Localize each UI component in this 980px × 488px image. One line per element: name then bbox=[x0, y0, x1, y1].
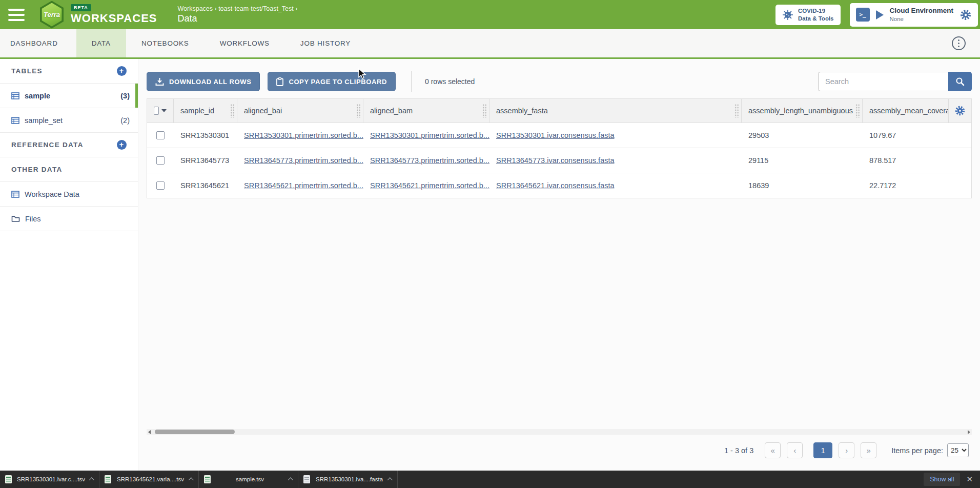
column-resize-handle[interactable] bbox=[356, 104, 361, 118]
column-header-aligned-bai[interactable]: aligned_bai bbox=[237, 99, 363, 123]
breadcrumb: Workspaces › toast-team-test/Toast_Test … bbox=[178, 5, 298, 24]
first-page-button[interactable]: « bbox=[765, 442, 781, 458]
column-resize-handle[interactable] bbox=[230, 104, 235, 118]
tsv-file-icon bbox=[105, 475, 111, 483]
cell-assembly-mean-coverage: 1079.67 bbox=[863, 123, 949, 148]
scroll-right-arrow-icon[interactable] bbox=[968, 430, 970, 434]
show-all-downloads-button[interactable]: Show all bbox=[924, 473, 960, 486]
entity-table: sample_id aligned_bai aligned_bam assemb… bbox=[147, 98, 972, 198]
cell-assembly-fasta-link[interactable]: SRR13645773.ivar.consensus.fasta bbox=[496, 156, 615, 165]
tab-job-history[interactable]: JOB HISTORY bbox=[285, 29, 366, 57]
scrollbar-thumb[interactable] bbox=[155, 430, 235, 434]
chevron-up-icon[interactable] bbox=[387, 477, 393, 482]
column-header-assembly-length-unambiguous[interactable]: assembly_length_unambiguous bbox=[742, 99, 863, 123]
column-header-assembly-mean-coverage[interactable]: assembly_mean_covera bbox=[863, 99, 949, 123]
sidebar-item-count: (2) bbox=[120, 116, 130, 125]
copy-page-to-clipboard-button[interactable]: COPY PAGE TO CLIPBOARD bbox=[268, 72, 396, 91]
chevron-up-icon[interactable] bbox=[288, 477, 293, 482]
data-table-panel: DOWNLOAD ALL ROWS COPY PAGE TO CLIPBOARD… bbox=[138, 59, 980, 471]
other-data-header-label: OTHER DATA bbox=[11, 166, 63, 173]
fasta-file-icon bbox=[303, 475, 310, 483]
download-item[interactable]: sample.tsv bbox=[199, 471, 298, 488]
next-page-button[interactable]: › bbox=[839, 442, 854, 458]
sidebar-item-label: sample bbox=[25, 92, 50, 100]
pagination-range: 1 - 3 of 3 bbox=[724, 446, 753, 455]
tsv-file-icon bbox=[5, 475, 12, 483]
cell-aligned-bam-link[interactable]: SRR13530301.primertrim.sorted.b... bbox=[370, 131, 489, 139]
table-toolbar: DOWNLOAD ALL ROWS COPY PAGE TO CLIPBOARD… bbox=[147, 71, 972, 92]
column-resize-handle[interactable] bbox=[855, 104, 860, 118]
tab-workflows[interactable]: WORKFLOWS bbox=[205, 29, 285, 57]
cell-aligned-bai-link[interactable]: SRR13645773.primertrim.sorted.b... bbox=[244, 156, 363, 165]
horizontal-scrollbar[interactable] bbox=[147, 429, 972, 435]
search-input[interactable] bbox=[818, 72, 948, 91]
cloud-environment-status: None bbox=[890, 15, 954, 23]
workspace-menu-icon[interactable] bbox=[952, 36, 966, 50]
prev-page-button[interactable]: ‹ bbox=[787, 442, 803, 458]
cell-assembly-mean-coverage: 22.7172 bbox=[863, 173, 949, 198]
sidebar-item-sample[interactable]: sample (3) bbox=[0, 84, 138, 108]
cell-assembly-fasta-link[interactable]: SRR13645621.ivar.consensus.fasta bbox=[496, 181, 615, 190]
virus-icon bbox=[782, 9, 793, 21]
gear-icon[interactable] bbox=[954, 105, 966, 116]
cell-aligned-bai-link[interactable]: SRR13530301.primertrim.sorted.b... bbox=[244, 131, 363, 139]
cloud-environment-widget[interactable]: >_ Cloud Environment None bbox=[850, 3, 978, 27]
last-page-button[interactable]: » bbox=[861, 442, 876, 458]
cell-assembly-fasta-link[interactable]: SRR13530301.ivar.consensus.fasta bbox=[496, 131, 615, 139]
terra-logo-text: Terra bbox=[44, 11, 60, 18]
column-resize-handle[interactable] bbox=[482, 104, 487, 118]
cell-assembly-length: 18639 bbox=[742, 173, 863, 198]
menu-icon[interactable] bbox=[8, 9, 25, 21]
search-button[interactable] bbox=[948, 72, 972, 91]
download-item[interactable]: SRR13530301.iva....fasta bbox=[298, 471, 398, 488]
tab-notebooks[interactable]: NOTEBOOKS bbox=[126, 29, 205, 57]
terminal-icon[interactable]: >_ bbox=[856, 8, 870, 22]
gear-icon[interactable] bbox=[959, 9, 972, 21]
close-downloads-bar-icon[interactable]: ✕ bbox=[966, 475, 973, 484]
column-resize-handle[interactable] bbox=[734, 104, 739, 118]
pagination: 1 - 3 of 3 « ‹ 1 › » Items per page: 25 bbox=[724, 442, 969, 458]
row-checkbox[interactable] bbox=[156, 156, 165, 165]
folder-icon bbox=[11, 215, 20, 222]
row-checkbox[interactable] bbox=[156, 131, 165, 139]
breadcrumb-path[interactable]: Workspaces › toast-team-test/Toast_Test … bbox=[178, 5, 298, 12]
tab-dashboard[interactable]: DASHBOARD bbox=[0, 29, 76, 57]
column-header-aligned-bam[interactable]: aligned_bam bbox=[363, 99, 489, 123]
download-item[interactable]: SRR13645621.varia....tsv bbox=[99, 471, 199, 488]
sidebar-item-sample-set[interactable]: sample_set (2) bbox=[0, 108, 138, 133]
page-1-button[interactable]: 1 bbox=[813, 442, 832, 458]
download-all-rows-button[interactable]: DOWNLOAD ALL ROWS bbox=[147, 72, 260, 91]
chevron-up-icon[interactable] bbox=[189, 477, 194, 482]
cell-assembly-length: 29115 bbox=[742, 148, 863, 173]
add-table-button[interactable]: + bbox=[117, 66, 127, 76]
download-item[interactable]: SRR13530301.ivar.c....tsv bbox=[0, 471, 99, 488]
chevron-down-icon[interactable] bbox=[161, 109, 167, 112]
chevron-up-icon[interactable] bbox=[89, 477, 94, 482]
column-header-sample-id[interactable]: sample_id bbox=[174, 99, 237, 123]
download-file-name: sample.tsv bbox=[215, 476, 285, 482]
table-search bbox=[818, 72, 972, 91]
brand-block: BETA WORKSPACES bbox=[71, 4, 157, 25]
terra-logo[interactable]: Terra bbox=[39, 1, 65, 29]
search-icon bbox=[955, 77, 965, 86]
scroll-left-arrow-icon[interactable] bbox=[148, 430, 151, 434]
cell-sample-id: SRR13645773 bbox=[174, 148, 237, 173]
covid-data-tools-button[interactable]: COVID-19 Data & Tools bbox=[775, 5, 840, 25]
top-header: Terra BETA WORKSPACES Workspaces › toast… bbox=[0, 0, 980, 29]
sidebar-item-workspace-data[interactable]: Workspace Data bbox=[0, 182, 138, 207]
tab-data[interactable]: DATA bbox=[76, 29, 126, 57]
column-header-assembly-fasta[interactable]: assembly_fasta bbox=[489, 99, 742, 123]
items-per-page-select[interactable]: 25 bbox=[947, 443, 969, 457]
download-file-name: SRR13530301.ivar.c....tsv bbox=[16, 476, 86, 482]
browser-downloads-bar: SRR13530301.ivar.c....tsv SRR13645621.va… bbox=[0, 471, 980, 488]
select-all-checkbox[interactable] bbox=[154, 107, 159, 115]
cell-assembly-mean-coverage: 878.517 bbox=[863, 148, 949, 173]
cell-sample-id: SRR13645621 bbox=[174, 173, 237, 198]
sidebar-item-files[interactable]: Files bbox=[0, 207, 138, 231]
cell-aligned-bai-link[interactable]: SRR13645621.primertrim.sorted.b... bbox=[244, 181, 363, 190]
cell-aligned-bam-link[interactable]: SRR13645621.primertrim.sorted.b... bbox=[370, 181, 489, 190]
add-reference-data-button[interactable]: + bbox=[117, 140, 127, 150]
play-icon[interactable] bbox=[876, 10, 884, 19]
row-checkbox[interactable] bbox=[156, 181, 165, 190]
cell-aligned-bam-link[interactable]: SRR13645773.primertrim.sorted.b... bbox=[370, 156, 489, 165]
